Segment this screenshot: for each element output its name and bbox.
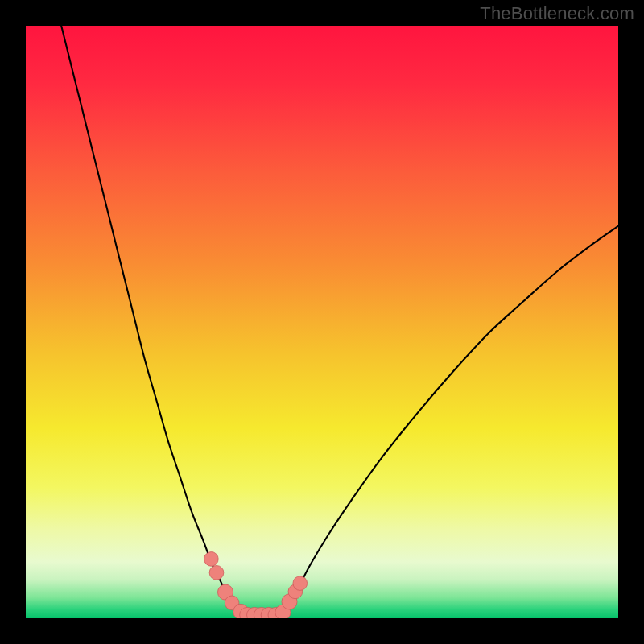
outer-frame: TheBottleneck.com xyxy=(0,0,644,644)
data-marker xyxy=(204,552,219,567)
gradient-fill-rect xyxy=(26,26,618,618)
watermark-text: TheBottleneck.com xyxy=(480,3,634,24)
data-marker xyxy=(209,566,224,580)
chart-svg xyxy=(26,26,618,618)
data-marker xyxy=(293,576,308,591)
plot-area xyxy=(26,26,618,618)
